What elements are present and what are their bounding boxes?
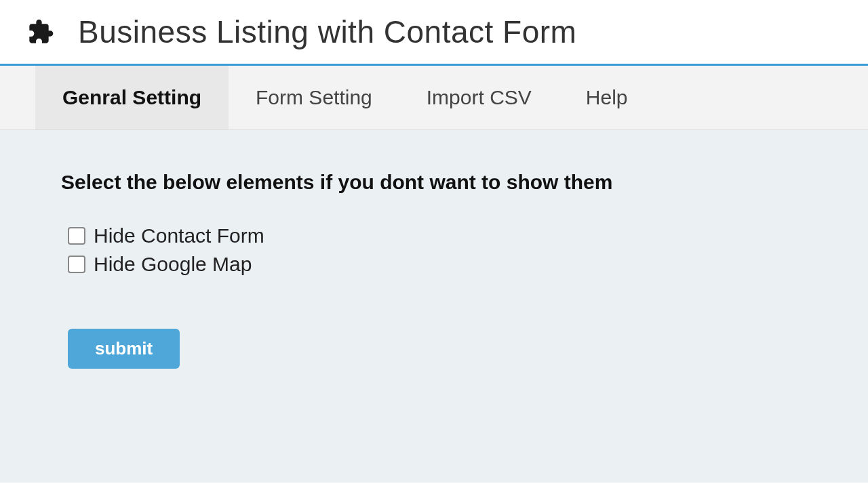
tab-form-setting[interactable]: Form Setting	[229, 66, 399, 129]
tab-import-csv[interactable]: Import CSV	[399, 66, 559, 129]
page-title: Business Listing with Contact Form	[78, 14, 576, 50]
checkbox-hide-contact-form-row[interactable]: Hide Contact Form	[68, 224, 807, 247]
content-panel: Select the below elements if you dont wa…	[0, 130, 868, 483]
checkbox-hide-google-map-label: Hide Google Map	[94, 253, 252, 276]
checkbox-hide-contact-form[interactable]	[68, 227, 85, 245]
submit-button[interactable]: submit	[68, 329, 180, 369]
section-heading: Select the below elements if you dont wa…	[61, 171, 807, 194]
tab-help[interactable]: Help	[559, 66, 655, 129]
tabs-nav: Genral Setting Form Setting Import CSV H…	[0, 66, 868, 130]
checkbox-hide-google-map-row[interactable]: Hide Google Map	[68, 253, 807, 276]
tab-general-setting[interactable]: Genral Setting	[35, 66, 229, 129]
checkbox-hide-contact-form-label: Hide Contact Form	[94, 224, 264, 247]
puzzle-icon	[27, 18, 54, 45]
page-header: Business Listing with Contact Form	[0, 0, 868, 66]
checkbox-hide-google-map[interactable]	[68, 256, 85, 273]
